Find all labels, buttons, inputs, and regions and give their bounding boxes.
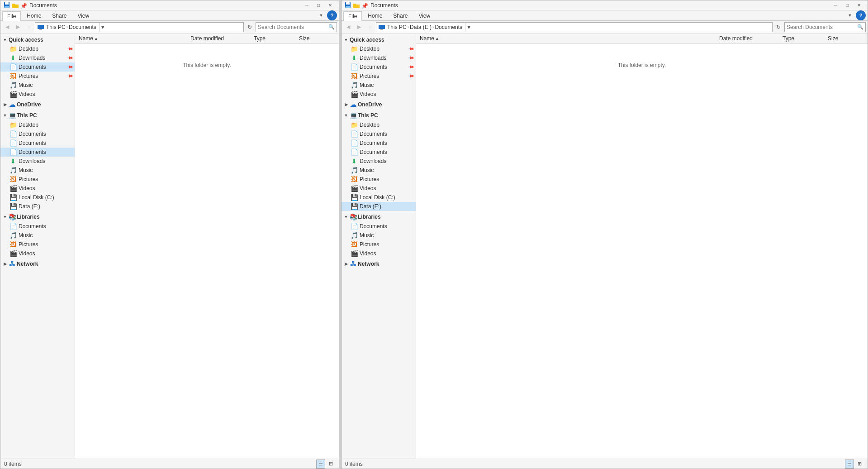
minimize-btn-1[interactable]: ─	[301, 0, 313, 10]
tab-share-2[interactable]: Share	[388, 11, 413, 20]
sidebar-lib-pictures-1[interactable]: 🖼 Pictures	[0, 240, 75, 249]
back-btn-2[interactable]: ◀	[343, 22, 353, 32]
path-thispc-2[interactable]: This PC	[387, 24, 407, 30]
back-btn-1[interactable]: ◀	[2, 22, 12, 32]
col-size-header-2[interactable]: Size	[828, 35, 864, 42]
sidebar-videos-qa-1[interactable]: 🎬 Videos	[0, 90, 75, 99]
sidebar-pc-docs2-2[interactable]: 📄 Documents	[342, 139, 416, 148]
sidebar-pc-datae-1[interactable]: 💾 Data (E:)	[0, 202, 75, 211]
tab-home-2[interactable]: Home	[363, 11, 387, 20]
sidebar-documents-qa-2[interactable]: 📄 Documents 📌	[342, 62, 416, 72]
libraries-header-1[interactable]: ▼ 📚 Libraries	[0, 212, 75, 222]
sidebar-pc-docs1-2[interactable]: 📄 Documents	[342, 129, 416, 139]
sidebar-pc-pictures-2[interactable]: 🖼 Pictures	[342, 175, 416, 184]
up-btn-2[interactable]: ↑	[365, 22, 375, 32]
sidebar-pc-downloads-1[interactable]: ⬇ Downloads	[0, 157, 75, 166]
address-path-2[interactable]: This PC › Data (E:) › Documents ▼	[376, 22, 773, 32]
sidebar-downloads-qa-2[interactable]: ⬇ Downloads 📌	[342, 53, 416, 62]
sidebar-lib-pictures-2[interactable]: 🖼 Pictures	[342, 240, 416, 249]
col-type-header-2[interactable]: Type	[783, 35, 828, 42]
quick-access-header-2[interactable]: ▼ Quick access	[342, 35, 416, 44]
network-header-2[interactable]: ▶ 🖧 Network	[342, 259, 416, 269]
refresh-btn-2[interactable]: ↻	[773, 22, 783, 32]
sidebar-pc-localc-1[interactable]: 💾 Local Disk (C:)	[0, 193, 75, 202]
search-box-1[interactable]: 🔍	[256, 22, 337, 32]
onedrive-header-1[interactable]: ▶ ☁ OneDrive	[0, 100, 75, 110]
path-documents-2[interactable]: Documents	[435, 24, 462, 30]
sidebar-pc-desktop-1[interactable]: 📁 Desktop	[0, 120, 75, 129]
sidebar-pc-music-1[interactable]: 🎵 Music	[0, 166, 75, 175]
tab-view-2[interactable]: View	[413, 11, 435, 20]
quick-access-header-1[interactable]: ▼ Quick access	[0, 35, 75, 44]
sidebar-pc-music-2[interactable]: 🎵 Music	[342, 166, 416, 175]
maximize-btn-2[interactable]: □	[841, 0, 853, 10]
sidebar-music-qa-2[interactable]: 🎵 Music	[342, 81, 416, 90]
path-datae-2[interactable]: Data (E:)	[410, 24, 432, 30]
col-date-header-2[interactable]: Date modified	[719, 35, 783, 42]
sidebar-lib-music-1[interactable]: 🎵 Music	[0, 231, 75, 240]
sidebar-pictures-qa-2[interactable]: 🖼 Pictures 📌	[342, 72, 416, 81]
tab-view-1[interactable]: View	[72, 11, 94, 20]
sidebar-desktop-qa-1[interactable]: 📁 Desktop 📌	[0, 44, 75, 53]
sidebar-music-qa-1[interactable]: 🎵 Music	[0, 81, 75, 90]
sidebar-documents-qa-1[interactable]: 📄 Documents 📌	[0, 62, 75, 72]
maximize-btn-1[interactable]: □	[313, 0, 324, 10]
path-thispc-1[interactable]: This PC	[46, 24, 66, 30]
sidebar-pc-docs2-1[interactable]: 📄 Documents	[0, 139, 75, 148]
sidebar-pc-localc-2[interactable]: 💾 Local Disk (C:)	[342, 193, 416, 202]
tab-share-1[interactable]: Share	[47, 11, 71, 20]
sidebar-pictures-qa-1[interactable]: 🖼 Pictures 📌	[0, 72, 75, 81]
onedrive-header-2[interactable]: ▶ ☁ OneDrive	[342, 100, 416, 110]
tab-file-1[interactable]: File	[2, 11, 21, 21]
path-dropdown-2[interactable]: ▼	[465, 22, 472, 32]
forward-btn-2[interactable]: ▶	[354, 22, 364, 32]
sidebar-lib-docs-2[interactable]: 📄 Documents	[342, 222, 416, 231]
sidebar-pc-desktop-2[interactable]: 📁 Desktop	[342, 120, 416, 129]
sidebar-pc-videos-2[interactable]: 🎬 Videos	[342, 184, 416, 193]
sidebar-lib-docs-1[interactable]: 📄 Documents	[0, 222, 75, 231]
address-path-1[interactable]: This PC › Documents ▼	[35, 22, 244, 32]
sidebar-pc-datae-2[interactable]: 💾 Data (E:)	[342, 202, 416, 211]
sidebar-downloads-qa-1[interactable]: ⬇ Downloads 📌	[0, 53, 75, 62]
col-date-header-1[interactable]: Date modified	[190, 35, 254, 42]
path-documents-1[interactable]: Documents	[69, 24, 96, 30]
view-large-btn-2[interactable]: ⊞	[855, 459, 864, 469]
thispc-header-1[interactable]: ▼ 💻 This PC	[0, 110, 75, 120]
forward-btn-1[interactable]: ▶	[13, 22, 23, 32]
sidebar-desktop-qa-2[interactable]: 📁 Desktop 📌	[342, 44, 416, 53]
tab-file-2[interactable]: File	[343, 11, 362, 21]
col-size-header-1[interactable]: Size	[299, 35, 335, 42]
tab-home-1[interactable]: Home	[22, 11, 46, 20]
help-btn-2[interactable]: ?	[856, 10, 866, 20]
ribbon-expand-btn-1[interactable]: ▼	[316, 10, 326, 20]
up-btn-1[interactable]: ↑	[24, 22, 34, 32]
help-btn-1[interactable]: ?	[327, 10, 337, 20]
sidebar-pc-pictures-1[interactable]: 🖼 Pictures	[0, 175, 75, 184]
view-details-btn-1[interactable]: ☰	[316, 459, 325, 469]
libraries-header-2[interactable]: ▼ 📚 Libraries	[342, 212, 416, 222]
search-box-2[interactable]: 🔍	[784, 22, 866, 32]
sidebar-pc-docs3-2[interactable]: 📄 Documents	[342, 148, 416, 157]
col-name-header-1[interactable]: Name ▲	[79, 35, 190, 42]
view-details-btn-2[interactable]: ☰	[845, 459, 854, 469]
ribbon-expand-btn-2[interactable]: ▼	[845, 10, 855, 20]
sidebar-lib-music-2[interactable]: 🎵 Music	[342, 231, 416, 240]
close-btn-2[interactable]: ✕	[853, 0, 865, 10]
thispc-header-2[interactable]: ▼ 💻 This PC	[342, 110, 416, 120]
close-btn-1[interactable]: ✕	[324, 0, 336, 10]
sidebar-videos-qa-2[interactable]: 🎬 Videos	[342, 90, 416, 99]
refresh-btn-1[interactable]: ↻	[245, 22, 255, 32]
sidebar-lib-videos-2[interactable]: 🎬 Videos	[342, 249, 416, 258]
search-input-2[interactable]	[787, 24, 855, 30]
sidebar-pc-videos-1[interactable]: 🎬 Videos	[0, 184, 75, 193]
search-input-1[interactable]	[258, 24, 327, 30]
minimize-btn-2[interactable]: ─	[830, 0, 841, 10]
network-header-1[interactable]: ▶ 🖧 Network	[0, 259, 75, 269]
view-large-btn-1[interactable]: ⊞	[326, 459, 335, 469]
col-name-header-2[interactable]: Name ▲	[420, 35, 719, 42]
col-type-header-1[interactable]: Type	[254, 35, 299, 42]
sidebar-pc-docs1-1[interactable]: 📄 Documents	[0, 129, 75, 139]
path-dropdown-1[interactable]: ▼	[99, 22, 106, 32]
sidebar-pc-docs3-1[interactable]: 📄 Documents	[0, 148, 75, 157]
sidebar-lib-videos-1[interactable]: 🎬 Videos	[0, 249, 75, 258]
